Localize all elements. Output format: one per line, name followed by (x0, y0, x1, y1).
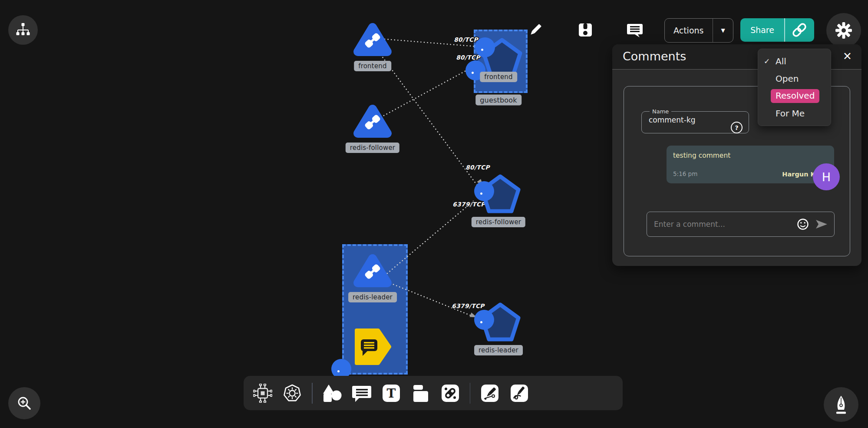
filter-option-resolved[interactable]: Resolved (758, 87, 831, 105)
port-circle[interactable] (475, 37, 495, 57)
svg-text:T: T (386, 386, 396, 401)
pen-tool-icon (480, 384, 499, 403)
node-label: redis-follower (346, 143, 399, 153)
connector-tool-icon (441, 384, 460, 403)
comment-bubble[interactable]: testing comment 5:16 pm Hargun Kaur (667, 146, 834, 183)
tool-comment[interactable] (352, 383, 372, 403)
filter-option-label: All (776, 56, 786, 66)
check-icon: ✓ (764, 57, 776, 66)
emoji-button[interactable] (797, 218, 809, 230)
comment-tool-icon (352, 384, 372, 403)
frame-tool-icon (411, 384, 431, 403)
filter-option-open[interactable]: Open (758, 70, 831, 87)
comment-input-placeholder: Enter a comment... (647, 220, 797, 229)
tool-pen[interactable] (480, 383, 500, 403)
filter-option-label: For Me (776, 108, 805, 119)
node-label: frontend (354, 61, 391, 71)
filter-option-label: Open (776, 73, 799, 84)
shapes-icon (322, 383, 342, 403)
group-label: guestbook (475, 95, 521, 106)
app-canvas: 80/TCP80/TCP80/TCP6379/TCP6379/TCP front… (0, 0, 868, 428)
service-node-redis-leader[interactable] (352, 252, 393, 292)
port-circle[interactable] (474, 181, 494, 201)
comments-panel-title: Comments (623, 50, 686, 63)
bottom-toolbar: T (244, 376, 623, 410)
comment-input[interactable]: Enter a comment... (647, 212, 835, 237)
service-triangle (352, 103, 393, 141)
tool-frame[interactable] (411, 383, 431, 403)
service-triangle (352, 252, 393, 291)
comment-marker-icon (353, 327, 391, 366)
pencil-tool-icon (510, 384, 529, 403)
tool-connector[interactable] (440, 383, 460, 403)
tool-architecture[interactable] (253, 383, 273, 403)
node-label: redis-leader (348, 292, 397, 302)
send-button[interactable] (815, 219, 828, 229)
node-label: redis-follower (472, 217, 525, 227)
service-node-redis-follower[interactable] (352, 103, 393, 143)
text-tool-icon: T (382, 384, 401, 403)
avatar: H (813, 163, 840, 190)
comment-name-field[interactable]: Name comment-kg ? (641, 108, 749, 133)
kubernetes-icon (282, 383, 302, 403)
service-node-frontend[interactable] (352, 21, 393, 61)
toolbar-divider (470, 383, 471, 404)
node-label: frontend (480, 72, 517, 82)
smiley-icon (797, 218, 809, 230)
filter-option-for-me[interactable]: For Me (758, 105, 831, 122)
filter-option-all[interactable]: ✓ All (758, 53, 831, 70)
comments-filter-dropdown: ✓ All Open Resolved For Me (758, 49, 831, 126)
comment-name-label: Name (650, 108, 671, 115)
help-icon[interactable]: ? (731, 122, 743, 133)
comment-text: testing comment (673, 152, 730, 159)
tool-text[interactable]: T (381, 383, 401, 403)
comment-timestamp: 5:16 pm (673, 170, 697, 177)
toolbar-divider (312, 383, 313, 404)
service-triangle (352, 21, 393, 60)
send-icon (815, 219, 828, 229)
close-icon[interactable]: ✕ (843, 50, 852, 63)
architecture-icon (253, 384, 272, 403)
filter-option-label-highlighted: Resolved (771, 89, 819, 103)
comment-marker[interactable] (353, 327, 391, 368)
tool-shapes[interactable] (322, 383, 342, 403)
port-circle[interactable] (474, 310, 494, 330)
comment-name-value: comment-kg (649, 116, 696, 124)
tool-pencil[interactable] (509, 383, 529, 403)
node-label: redis-leader (474, 345, 523, 355)
tool-kubernetes[interactable] (282, 383, 302, 403)
